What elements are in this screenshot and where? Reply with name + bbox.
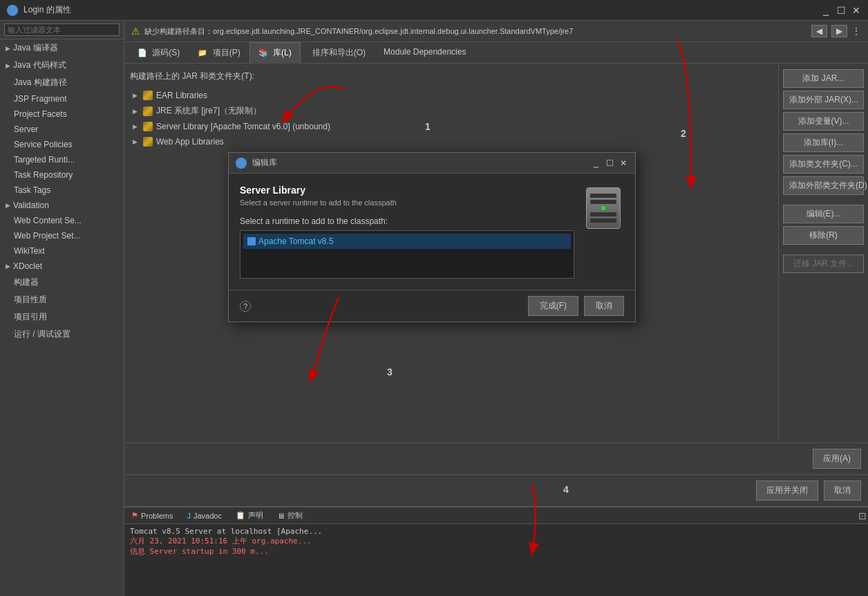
minimize-button[interactable]: ⎯	[821, 6, 831, 15]
add-library-button[interactable]: 添加库(I)...	[783, 133, 864, 152]
sidebar-item-wikitext[interactable]: WikiText	[0, 243, 124, 259]
apply-button[interactable]: 应用(A)	[813, 449, 861, 469]
sidebar-item-xdoclet[interactable]: XDoclet	[0, 259, 124, 274]
warning-forward-button[interactable]: ▶	[831, 25, 847, 37]
sidebar-item-server[interactable]: Server	[0, 122, 124, 137]
dialog-header-sub: Select a server runtime to add to the cl…	[240, 198, 574, 207]
server-graphic	[586, 187, 621, 229]
sidebar-item-targeted-runtime[interactable]: Targeted Runti...	[0, 152, 124, 167]
sidebar-item-project-facets[interactable]: Project Facets	[0, 106, 124, 122]
dialog-header-title: Server Library	[240, 185, 574, 196]
sidebar-item-validation[interactable]: Validation	[0, 198, 124, 213]
dialog-footer: ? 完成(F) 取消	[229, 290, 635, 322]
sidebar-item-web-project-set[interactable]: Web Project Set...	[0, 228, 124, 243]
maximize-button[interactable]: ☐	[836, 6, 846, 15]
tab-source[interactable]: 📄 源码(S)	[129, 42, 189, 64]
warning-icon: ⚠	[131, 26, 140, 37]
tab-order-export[interactable]: 排序和导出(O)	[301, 42, 375, 64]
server-light	[601, 206, 605, 210]
tomcat-item-icon	[247, 237, 256, 245]
tree-item-jre[interactable]: ▶ JRE 系统库 [jre7]（无限制）	[130, 103, 773, 119]
problems-icon: ⚑	[131, 511, 138, 520]
add-class-folder-button[interactable]: 添加类文件夹(C)...	[783, 155, 864, 174]
tab-library[interactable]: 📚 库(L)	[249, 42, 301, 64]
warning-bar: ⚠ 缺少构建路径条目：org.eclipse.jdt.launching.JRE…	[124, 21, 868, 42]
sidebar-item-java-build-path[interactable]: Java 构建路径	[0, 74, 124, 91]
declaration-icon: 📋	[236, 511, 245, 520]
dialog-cancel-button[interactable]: 取消	[584, 296, 624, 316]
warning-back-button[interactable]: ◀	[811, 25, 827, 37]
sidebar-item-project-references[interactable]: 项目引用	[0, 308, 124, 326]
window-title: Login 的属性	[23, 4, 71, 16]
control-icon: 🖥	[277, 512, 285, 520]
dialog-runtime-list[interactable]: Apache Tomcat v8.5	[240, 230, 574, 279]
edit-library-dialog: 编辑库 ⎯ ☐ ✕ Server Library Select a server…	[228, 152, 636, 322]
dialog-maximize-button[interactable]: ☐	[605, 158, 614, 168]
sidebar-item-java-code-style[interactable]: Java 代码样式	[0, 57, 124, 74]
tree-item-webapp[interactable]: ▶ Web App Libraries	[130, 134, 773, 149]
tree-item-server-lib[interactable]: ▶ Server Library [Apache Tomcat v6.0] (u…	[130, 119, 773, 134]
remove-button[interactable]: 移除(R)	[783, 226, 864, 245]
dialog-title-bar: 编辑库 ⎯ ☐ ✕	[229, 153, 635, 174]
filter-input[interactable]	[4, 24, 120, 36]
tab-project[interactable]: 📁 项目(P)	[189, 42, 249, 64]
apply-button-row: 应用(A)	[124, 443, 868, 474]
title-bar: Login 的属性 ⎯ ☐ ✕	[0, 0, 868, 21]
tree-item-ear[interactable]: ▶ EAR Libraries	[130, 88, 773, 103]
status-tab-control[interactable]: 🖥 控制	[270, 507, 310, 523]
app-logo	[7, 5, 18, 16]
status-area: ⚑ Problems J Javadoc 📋 声明 🖥 控制 ⊡	[124, 506, 868, 596]
dialog-title-buttons: ⎯ ☐ ✕	[591, 158, 628, 168]
warning-text: 缺少构建路径条目：org.eclipse.jdt.launching.JRE_C…	[144, 26, 807, 37]
dialog-minimize-button[interactable]: ⎯	[591, 158, 601, 168]
close-button[interactable]: ✕	[851, 6, 861, 15]
sidebar-item-java-compiler[interactable]: Java 编译器	[0, 39, 124, 57]
dialog-title: 编辑库	[252, 157, 591, 169]
sidebar-item-web-content-se[interactable]: Web Content Se...	[0, 213, 124, 228]
javadoc-icon: J	[187, 512, 191, 520]
edit-button[interactable]: 编辑(E)...	[783, 205, 864, 223]
server-slot-3	[590, 212, 616, 216]
sidebar-item-service-policies[interactable]: Service Policies	[0, 137, 124, 152]
dialog-server-icon	[583, 185, 624, 279]
status-line-3: 信息 Server startup in 300 m...	[130, 546, 862, 557]
sidebar-item-jsp-fragment[interactable]: JSP Fragment	[0, 91, 124, 106]
status-line-2: 六月 23, 2021 10:51:16 上午 org.apache...	[130, 536, 862, 546]
status-tab-problems[interactable]: ⚑ Problems	[124, 508, 180, 523]
dialog-list-item-tomcat[interactable]: Apache Tomcat v8.5	[243, 234, 571, 249]
bottom-button-row2: 应用并关闭 取消	[124, 474, 868, 506]
tree-item-icon-server-lib	[142, 121, 153, 132]
project-tab-icon: 📁	[198, 48, 207, 57]
status-tab-declaration[interactable]: 📋 声明	[229, 507, 270, 523]
add-external-class-folder-button[interactable]: 添加外部类文件夹(D)...	[783, 176, 864, 195]
tree-expand-ear: ▶	[133, 92, 142, 99]
add-variable-button[interactable]: 添加变量(V)...	[783, 112, 864, 131]
cancel-button[interactable]: 取消	[824, 481, 861, 501]
tree-item-icon-jre	[142, 106, 153, 117]
migrate-jar-button[interactable]: 迁移 JAR 文件...	[783, 254, 864, 273]
sidebar-item-task-tags[interactable]: Task Tags	[0, 183, 124, 198]
status-tab-bar: ⚑ Problems J Javadoc 📋 声明 🖥 控制 ⊡	[124, 507, 868, 524]
sidebar-item-builder[interactable]: 构建器	[0, 274, 124, 291]
sidebar-item-project-properties[interactable]: 项目性质	[0, 291, 124, 308]
tab-bar: 📄 源码(S) 📁 项目(P) 📚 库(L) 排序和导出(O) Module D…	[124, 42, 868, 64]
status-tab-javadoc[interactable]: J Javadoc	[180, 509, 228, 523]
server-slot-4	[590, 218, 616, 223]
maximize-status-icon: ⊡	[858, 510, 867, 521]
library-tab-icon: 📚	[258, 48, 268, 57]
tab-module-dependencies[interactable]: Module Dependencies	[375, 42, 475, 64]
sidebar-item-run-debug[interactable]: 运行 / 调试设置	[0, 326, 124, 343]
warning-more-button[interactable]: ⋮	[851, 26, 861, 37]
dialog-help-button[interactable]: ?	[240, 301, 251, 312]
add-jar-button[interactable]: 添加 JAR...	[783, 69, 864, 88]
server-slot-1	[590, 194, 616, 198]
add-external-jar-button[interactable]: 添加外部 JAR(X)...	[783, 91, 864, 109]
dialog-close-button[interactable]: ✕	[619, 158, 628, 168]
tree-expand-webapp: ▶	[133, 138, 142, 145]
apply-close-button[interactable]: 应用并关闭	[756, 481, 818, 501]
status-corner-button[interactable]: ⊡	[857, 510, 868, 521]
dialog-logo-icon	[236, 158, 247, 169]
dialog-finish-button[interactable]: 完成(F)	[528, 296, 578, 316]
status-content: Tomcat v8.5 Server at localhost [Apache.…	[124, 524, 868, 596]
sidebar-item-task-repository[interactable]: Task Repository	[0, 167, 124, 183]
